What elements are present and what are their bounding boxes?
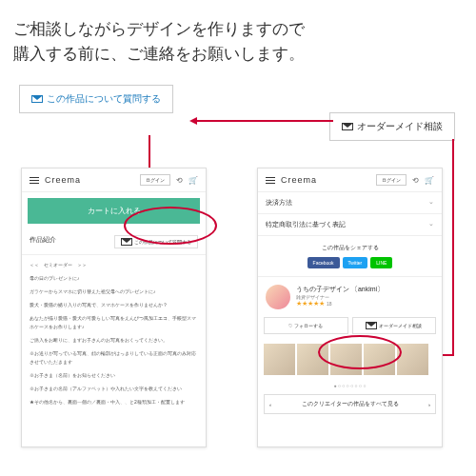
logo: Creema (45, 175, 81, 185)
thumbnail[interactable] (364, 344, 395, 375)
follow-button[interactable]: ♡ フォローする (264, 317, 348, 334)
envelope-icon (342, 123, 353, 130)
thumbnail[interactable] (397, 344, 428, 375)
chevron-right-icon: › (428, 402, 430, 407)
phone-header: Creema ログイン ⟲ 🛒 (22, 169, 206, 192)
login-button[interactable]: ログイン (140, 174, 170, 186)
history-icon[interactable]: ⟲ (412, 176, 419, 185)
law-row[interactable]: 特定商取引法に基づく表記⌄ (258, 214, 442, 236)
arrow-vert (452, 139, 454, 354)
line-button[interactable]: LINE (370, 257, 392, 268)
creator-block: うちの子デザイン 〔ankimi〕 雑貨デザイナー ★★★★★ 18 (258, 277, 442, 313)
carousel-dots: ● ○ ○ ○ ○ ○ ○ ○ (258, 381, 442, 390)
login-button[interactable]: ログイン (376, 174, 407, 186)
cart-icon[interactable]: 🛒 (188, 176, 198, 185)
envelope-icon (121, 238, 132, 246)
arrow-right (195, 120, 333, 122)
facebook-button[interactable]: Facebook (307, 257, 340, 268)
question-button-label: この作品について質問する (47, 92, 161, 106)
mini-question-button[interactable]: この作品について質問する (114, 235, 198, 248)
phone-mock-left: Creema ログイン ⟲ 🛒 カートに入れる 作品紹介 この作品について質問す… (21, 168, 207, 447)
thumbnail[interactable] (297, 344, 328, 375)
thumbnail[interactable] (330, 344, 362, 375)
payment-row[interactable]: 決済方法⌄ (258, 192, 442, 214)
phone-mock-right: Creema ログイン ⟲ 🛒 決済方法⌄ 特定商取引法に基づく表記⌄ この作品… (257, 168, 443, 447)
see-all-button[interactable]: ‹このクリエイターの作品をすべて見る› (264, 394, 436, 414)
order-made-button[interactable]: オーダーメイド相談 (329, 112, 455, 141)
avatar (266, 285, 290, 309)
twitter-button[interactable]: Twitter (343, 257, 368, 268)
headline-line2: 購入する前に、ご連絡をお願いします。 (13, 42, 463, 67)
question-button[interactable]: この作品について質問する (19, 85, 173, 113)
rating-stars: ★★★★★ 18 (296, 300, 384, 307)
headline: ご相談しながらデザインを作りますので 購入する前に、ご連絡をお願いします。 (0, 0, 476, 75)
product-description: ＜＜ セミオーダー ＞＞ 母の日のプレゼントに♪ ガラケーからスマホに切り替えた… (22, 255, 206, 417)
phone-header: Creema ログイン ⟲ 🛒 (258, 169, 442, 192)
envelope-icon (366, 322, 377, 329)
thumbnail-grid (258, 338, 442, 381)
menu-icon[interactable] (30, 175, 39, 186)
chevron-left-icon: ‹ (269, 402, 271, 407)
history-icon[interactable]: ⟲ (176, 176, 183, 185)
share-label: この作品をシェアする (258, 244, 442, 252)
intro-section: 作品紹介 この作品について質問する (22, 229, 206, 255)
creator-name: うちの子デザイン 〔ankimi〕 (296, 285, 384, 294)
chevron-down-icon: ⌄ (428, 198, 434, 208)
headline-line1: ご相談しながらデザインを作りますので (13, 17, 463, 42)
cart-icon[interactable]: 🛒 (425, 176, 434, 185)
envelope-icon (31, 95, 43, 103)
thumbnail[interactable] (264, 344, 295, 375)
logo: Creema (281, 175, 317, 185)
intro-label: 作品紹介 (30, 235, 56, 248)
add-to-cart-banner[interactable]: カートに入れる (28, 198, 200, 224)
menu-icon[interactable] (266, 175, 275, 186)
order-made-mini-button[interactable]: オーダーメイド相談 (352, 317, 437, 334)
order-made-button-label: オーダーメイド相談 (357, 120, 443, 133)
chevron-down-icon: ⌄ (428, 220, 434, 229)
share-section: この作品をシェアする Facebook Twitter LINE (258, 236, 442, 277)
